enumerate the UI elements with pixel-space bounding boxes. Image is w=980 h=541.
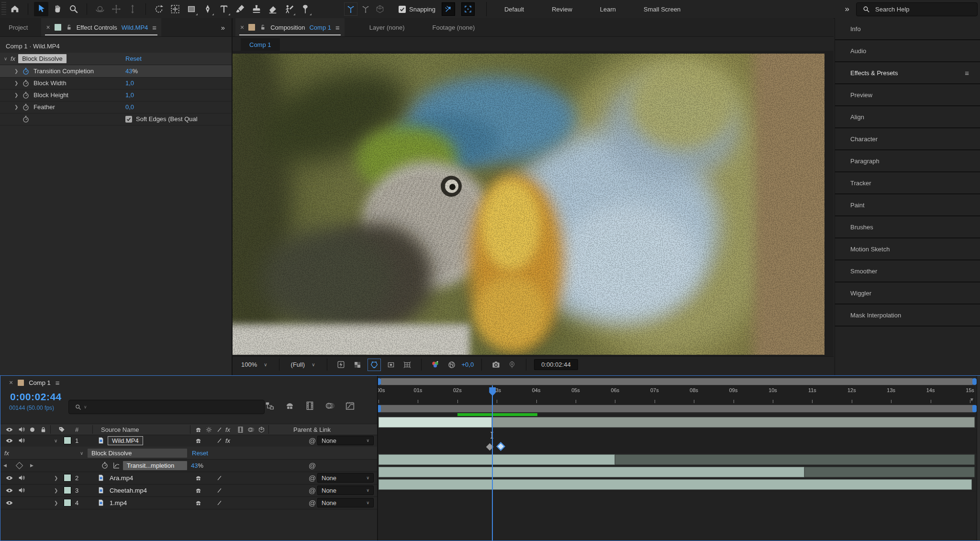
home-tool[interactable] <box>8 2 22 16</box>
quality-toggle[interactable] <box>216 474 223 482</box>
work-area-start[interactable] <box>378 405 381 412</box>
unlock-icon[interactable] <box>66 24 72 31</box>
label-swatch[interactable] <box>64 474 71 482</box>
layer-row-cheetah[interactable]: ❯ 3 Cheetah.mp4 @ None ∨ <box>0 484 377 497</box>
close-icon[interactable]: × <box>9 379 13 386</box>
param-expander-icon[interactable]: ❯ <box>14 92 20 98</box>
world-axis-button[interactable] <box>359 3 372 15</box>
stopwatch-icon[interactable] <box>101 462 109 469</box>
sidebar-item-info[interactable]: Info <box>835 18 980 40</box>
layer-duration-bar[interactable] <box>379 467 804 477</box>
pan-behind-tool[interactable] <box>168 2 182 16</box>
snapping-checkbox[interactable] <box>399 6 406 13</box>
shape-tool[interactable] <box>184 2 199 16</box>
layer-expander[interactable]: ❯ <box>54 500 58 506</box>
show-snapshot-button[interactable] <box>506 359 518 371</box>
region-of-interest-button[interactable] <box>385 359 397 371</box>
layer-expander[interactable]: ❯ <box>54 488 58 493</box>
sidebar-item-mask-interpolation[interactable]: Mask Interpolation <box>835 304 980 327</box>
preview-timecode[interactable]: 0:00:02:44 <box>534 359 578 370</box>
layer-row-1mp4[interactable]: ❯ 4 1.mp4 @ None ∨ <box>0 496 377 509</box>
brush-tool[interactable] <box>233 2 247 16</box>
sidebar-item-paragraph[interactable]: Paragraph <box>835 150 980 172</box>
tab-project[interactable]: Project <box>9 24 28 31</box>
layer-name[interactable]: Ara.mp4 <box>110 474 133 482</box>
motion-blur-icon[interactable] <box>325 401 335 411</box>
workspace-learn[interactable]: Learn <box>600 6 616 13</box>
effect-expander[interactable]: ∨ <box>80 451 83 456</box>
parent-dropdown[interactable]: None ∨ <box>317 485 374 495</box>
audio-toggle[interactable] <box>18 486 25 494</box>
timeline-tab[interactable]: × Comp 1 ≡ <box>0 376 386 389</box>
layer-expander[interactable]: ❯ <box>54 475 58 481</box>
panel-menu-icon[interactable]: ≡ <box>152 23 156 32</box>
effect-expander-icon[interactable]: ∨ <box>4 56 10 61</box>
param-expander-icon[interactable]: ❯ <box>14 104 20 110</box>
hand-tool[interactable] <box>50 2 65 16</box>
param-value[interactable]: 1,0 <box>125 79 134 87</box>
sidebar-item-motion-sketch[interactable]: Motion Sketch <box>835 238 980 260</box>
ec-param-row-blockwidth[interactable]: ❯ Block Width 1,0 <box>0 77 232 90</box>
graph-icon[interactable] <box>112 462 120 469</box>
tab-footage[interactable]: Footage (none) <box>432 24 475 31</box>
property-name-chip[interactable]: Transit...mpletion <box>123 461 187 470</box>
sidebar-item-character[interactable]: Character <box>835 128 980 150</box>
pickwhip-icon[interactable]: @ <box>309 499 316 507</box>
mask-visibility-button[interactable] <box>368 359 381 371</box>
sidebar-item-paint[interactable]: Paint <box>835 194 980 216</box>
search-help-box[interactable]: Search Help <box>856 2 978 16</box>
panel-overflow-icon[interactable]: » <box>221 23 225 32</box>
sidebar-item-tracker[interactable]: Tracker <box>835 172 980 194</box>
workspace-default[interactable]: Default <box>504 6 524 13</box>
navigator-end-handle[interactable] <box>972 378 977 385</box>
param-expander-icon[interactable]: ❯ <box>14 68 20 74</box>
orbit-camera-tool[interactable] <box>93 2 107 16</box>
parent-link-column-header[interactable]: Parent & Link <box>293 426 331 433</box>
zoom-tool[interactable] <box>67 2 81 16</box>
stopwatch-icon[interactable] <box>22 103 30 111</box>
ec-param-row-feather[interactable]: ❯ Feather 0,0 <box>0 101 232 113</box>
sidebar-item-wiggler[interactable]: Wiggler <box>835 282 980 304</box>
label-swatch[interactable] <box>64 486 71 494</box>
snapshot-button[interactable] <box>490 359 502 371</box>
magnification-dropdown[interactable]: 100% ∨ <box>237 359 271 371</box>
param-value[interactable]: 1,0 <box>125 91 134 99</box>
unlock-icon[interactable] <box>259 24 266 31</box>
shy-toggle[interactable] <box>195 437 202 444</box>
fx-toggle[interactable]: fx <box>225 437 230 444</box>
stopwatch-icon[interactable] <box>22 115 30 123</box>
view-axis-button[interactable] <box>374 3 386 15</box>
exposure-value[interactable]: +0,0 <box>462 361 474 368</box>
layer-duration-bar[interactable] <box>379 454 615 465</box>
quality-toggle[interactable] <box>216 487 223 494</box>
audio-toggle[interactable] <box>18 474 25 482</box>
panel-menu-icon[interactable]: ≡ <box>335 23 340 32</box>
comp-flowchart-icon[interactable] <box>265 401 275 411</box>
property-row-transition[interactable]: ◀ ▶ Transit...mpletion 43% @ <box>0 459 377 472</box>
workspace-overflow-button[interactable]: » <box>845 4 849 14</box>
effect-name-chip[interactable]: Block Dissolve <box>18 54 67 63</box>
timeline-vertical-scrollbar[interactable] <box>977 376 980 541</box>
param-value[interactable]: 43 <box>125 68 132 75</box>
puppet-pin-tool[interactable] <box>298 2 312 16</box>
pan-camera-tool[interactable] <box>109 2 123 16</box>
current-timecode[interactable]: 0:00:02:44 <box>10 391 62 403</box>
effect-name-chip[interactable]: Block Dissolve <box>88 449 187 458</box>
eraser-tool[interactable] <box>266 2 280 16</box>
parent-dropdown[interactable]: None ∨ <box>317 436 374 445</box>
type-tool[interactable] <box>217 2 231 16</box>
draft-3d-icon[interactable] <box>285 401 295 411</box>
layer-name[interactable]: Cheetah.mp4 <box>110 487 147 494</box>
param-value[interactable]: 0,0 <box>125 103 134 111</box>
panel-menu-icon[interactable]: ≡ <box>56 379 60 387</box>
snap-box-button[interactable] <box>461 2 475 16</box>
pen-tool[interactable] <box>200 2 215 16</box>
source-name-column-header[interactable]: Source Name <box>101 426 139 433</box>
stopwatch-icon[interactable] <box>22 91 30 99</box>
local-axis-button[interactable] <box>344 2 357 16</box>
work-area-end[interactable] <box>972 405 977 412</box>
close-icon[interactable]: × <box>240 23 244 31</box>
resolution-dropdown[interactable]: (Full) ∨ <box>287 359 319 371</box>
ec-effect-header-row[interactable]: ∨ fx Block Dissolve Reset <box>0 53 232 65</box>
comp-viewer[interactable] <box>233 51 834 356</box>
